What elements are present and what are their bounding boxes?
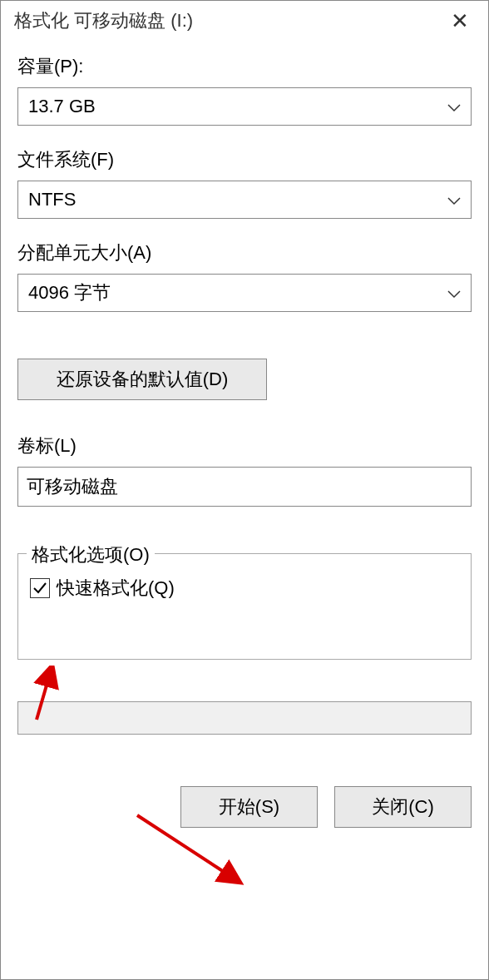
close-icon[interactable]: ✕ [443, 4, 477, 37]
filesystem-group: 文件系统(F) NTFS [17, 147, 472, 219]
format-dialog: 格式化 可移动磁盘 (I:) ✕ 容量(P): 13.7 GB 文件系统(F) … [0, 0, 489, 980]
filesystem-value: NTFS [28, 189, 76, 210]
volume-label-label: 卷标(L) [17, 433, 472, 458]
capacity-select[interactable]: 13.7 GB [17, 87, 472, 126]
volume-label-group: 卷标(L) [17, 433, 472, 507]
filesystem-select[interactable]: NTFS [17, 181, 472, 219]
restore-defaults-button[interactable]: 还原设备的默认值(D) [17, 359, 267, 400]
capacity-group: 容量(P): 13.7 GB [17, 54, 472, 126]
close-button-label: 关闭(C) [372, 794, 434, 819]
close-button[interactable]: 关闭(C) [334, 786, 472, 828]
chevron-down-icon [447, 96, 461, 117]
chevron-down-icon [447, 282, 461, 304]
allocation-select[interactable]: 4096 字节 [17, 274, 472, 312]
titlebar: 格式化 可移动磁盘 (I:) ✕ [1, 1, 488, 41]
quick-format-label: 快速格式化(Q) [57, 576, 175, 601]
content-area: 容量(P): 13.7 GB 文件系统(F) NTFS 分配单元大小(A) 40… [1, 41, 488, 979]
volume-label-input[interactable] [17, 467, 472, 507]
window-title: 格式化 可移动磁盘 (I:) [14, 8, 193, 33]
chevron-down-icon [447, 189, 461, 210]
allocation-group: 分配单元大小(A) 4096 字节 [17, 240, 472, 312]
capacity-value: 13.7 GB [28, 96, 96, 117]
start-button-label: 开始(S) [219, 794, 279, 819]
capacity-label: 容量(P): [17, 54, 472, 79]
allocation-label: 分配单元大小(A) [17, 240, 472, 265]
start-button[interactable]: 开始(S) [180, 786, 318, 828]
restore-defaults-label: 还原设备的默认值(D) [57, 367, 229, 392]
filesystem-label: 文件系统(F) [17, 147, 472, 172]
allocation-value: 4096 字节 [28, 280, 111, 305]
format-options-legend: 格式化选项(O) [27, 542, 155, 567]
progress-bar [17, 701, 472, 735]
quick-format-row: 快速格式化(Q) [30, 576, 459, 601]
button-row: 开始(S) 关闭(C) [17, 786, 472, 828]
quick-format-checkbox[interactable] [30, 578, 50, 598]
format-options-fieldset: 格式化选项(O) 快速格式化(Q) [17, 553, 472, 660]
